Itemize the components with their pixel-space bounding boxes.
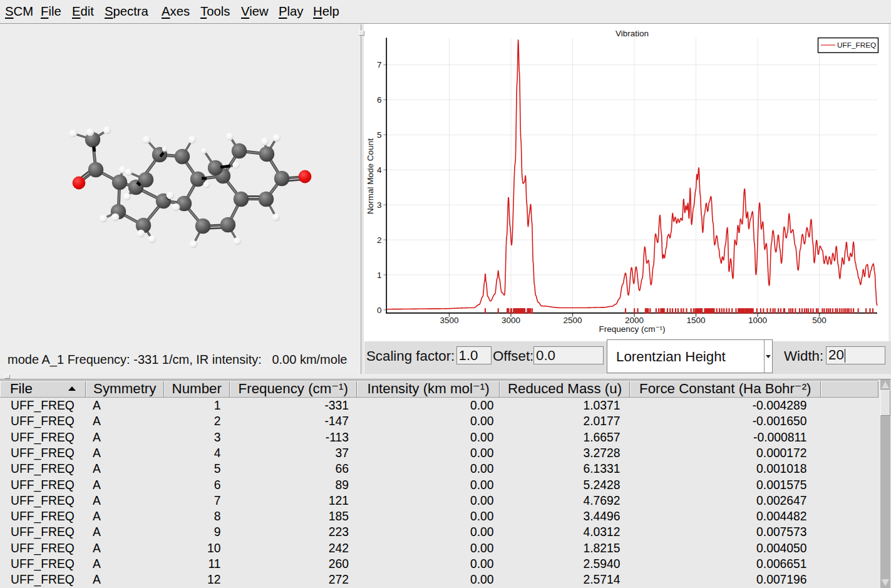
svg-text:1000: 1000 — [748, 316, 767, 325]
svg-text:Normal Mode Count: Normal Mode Count — [366, 138, 375, 214]
svg-text:5: 5 — [377, 130, 382, 140]
svg-text:Vibration: Vibration — [615, 29, 649, 38]
svg-text:Frequency (cm⁻¹): Frequency (cm⁻¹) — [599, 324, 665, 334]
svg-text:1500: 1500 — [686, 316, 705, 325]
svg-text:2500: 2500 — [563, 316, 582, 325]
svg-text:3: 3 — [377, 200, 382, 210]
svg-text:6: 6 — [377, 95, 382, 105]
svg-text:7: 7 — [377, 60, 382, 70]
svg-text:UFF_FREQ: UFF_FREQ — [837, 41, 876, 49]
svg-text:1: 1 — [377, 271, 382, 280]
svg-text:3500: 3500 — [440, 316, 458, 325]
svg-text:4: 4 — [377, 165, 382, 175]
svg-text:0: 0 — [377, 306, 382, 315]
svg-text:2: 2 — [377, 235, 382, 245]
svg-text:3000: 3000 — [502, 316, 520, 325]
svg-text:500: 500 — [812, 316, 827, 325]
